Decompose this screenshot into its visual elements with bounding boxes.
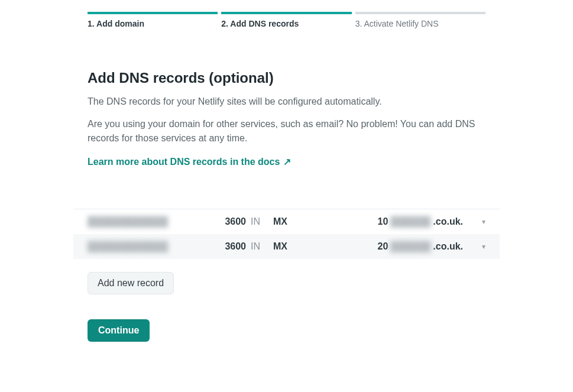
record-priority: 10 <box>378 216 389 227</box>
page-description-2: Are you using your domain for other serv… <box>88 117 485 145</box>
record-priority: 20 <box>378 241 389 252</box>
docs-link-text: Learn more about DNS records in the docs <box>88 157 280 167</box>
step-label: 2. Add DNS records <box>221 19 351 28</box>
step-bar <box>355 12 485 14</box>
add-new-record-button[interactable]: Add new record <box>88 272 174 294</box>
record-in: IN <box>251 241 268 252</box>
record-type: MX <box>273 216 300 227</box>
step-add-domain[interactable]: 1. Add domain <box>88 12 218 28</box>
table-row[interactable]: ████████████ 3600 IN MX 20 ██████.co.uk.… <box>73 234 500 259</box>
chevron-down-icon[interactable]: ▾ <box>468 242 485 251</box>
table-row[interactable]: ████████████ 3600 IN MX 10 ██████.co.uk.… <box>73 209 500 234</box>
chevron-down-icon[interactable]: ▾ <box>468 218 485 226</box>
step-add-dns-records[interactable]: 2. Add DNS records <box>221 12 351 28</box>
record-value-blurred: ██████ <box>390 241 430 252</box>
record-domain: ████████████ <box>88 241 206 252</box>
step-label: 3. Activate Netlify DNS <box>355 19 485 28</box>
record-value-suffix: .co.uk. <box>433 241 463 252</box>
record-ttl: 3600 <box>211 216 246 227</box>
external-link-icon: ↗ <box>283 156 291 167</box>
record-value-blurred: ██████ <box>390 216 430 227</box>
step-bar <box>88 12 218 14</box>
docs-link[interactable]: Learn more about DNS records in the docs… <box>88 156 291 167</box>
record-ttl: 3600 <box>211 241 246 252</box>
page-title: Add DNS records (optional) <box>88 70 485 86</box>
step-activate-netlify-dns[interactable]: 3. Activate Netlify DNS <box>355 12 485 28</box>
record-value: 10 ██████.co.uk. <box>305 216 463 227</box>
record-in: IN <box>251 216 268 227</box>
record-type: MX <box>273 241 300 252</box>
step-bar <box>221 12 351 14</box>
record-domain: ████████████ <box>88 216 206 227</box>
stepper: 1. Add domain 2. Add DNS records 3. Acti… <box>88 12 485 28</box>
dns-records-table: ████████████ 3600 IN MX 10 ██████.co.uk.… <box>73 209 500 259</box>
continue-button[interactable]: Continue <box>88 319 150 342</box>
record-value-suffix: .co.uk. <box>433 216 463 227</box>
record-value: 20 ██████.co.uk. <box>305 241 463 252</box>
step-label: 1. Add domain <box>88 19 218 28</box>
page-description-1: The DNS records for your Netlify sites w… <box>88 95 485 109</box>
